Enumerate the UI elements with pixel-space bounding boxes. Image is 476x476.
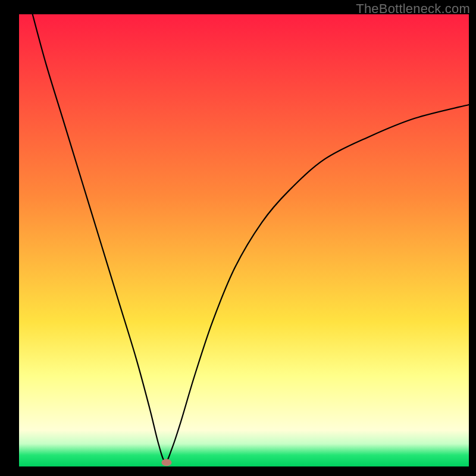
plot-background-gradient xyxy=(19,14,469,466)
chart-root: TheBottleneck.com xyxy=(0,0,476,476)
minimum-marker xyxy=(161,459,171,466)
watermark-text: TheBottleneck.com xyxy=(356,1,470,17)
bottleneck-chart xyxy=(0,0,476,476)
